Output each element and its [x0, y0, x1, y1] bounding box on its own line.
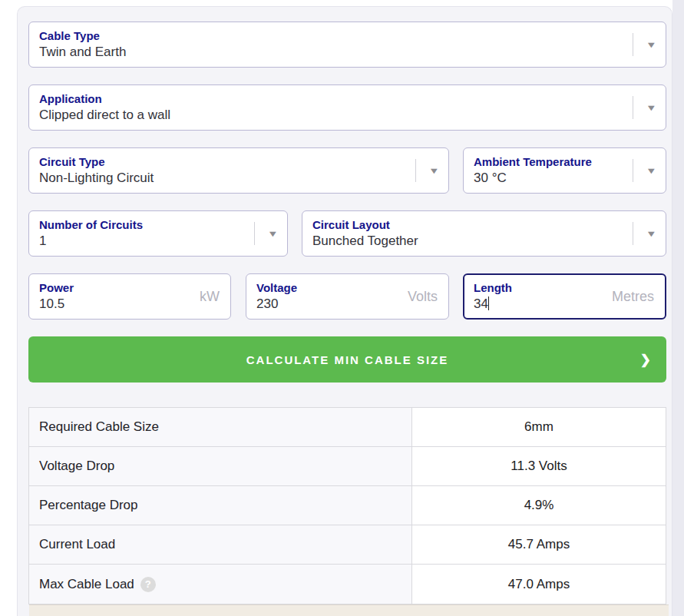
chevron-down-icon: ▼ [646, 104, 657, 112]
voltage-input[interactable]: Voltage 230 Volts [246, 273, 449, 320]
result-label: Required Cable Size [29, 408, 412, 446]
result-label: Current Load [29, 525, 412, 564]
result-value: 47.0 Amps [412, 565, 666, 604]
text-caret [488, 296, 489, 310]
result-value: 11.3 Volts [412, 447, 666, 485]
chevron-down-icon: ▼ [428, 167, 440, 175]
application-label: Application [39, 91, 655, 106]
result-value: 4.9% [412, 486, 666, 525]
cable-type-value: Twin and Earth [39, 43, 655, 61]
calculate-button-label: CALCULATE MIN CABLE SIZE [246, 353, 449, 366]
circuit-type-select[interactable]: Circuit Type Non-Lighting Circuit ▼ [28, 147, 449, 194]
power-label: Power [39, 280, 220, 295]
select-divider [415, 159, 416, 182]
power-input[interactable]: Power 10.5 kW [28, 273, 231, 320]
length-input[interactable]: Length 34 Metres [463, 273, 666, 320]
length-unit-label: Metres [612, 289, 654, 305]
circuit-layout-label: Circuit Layout [312, 217, 655, 232]
help-icon[interactable]: ? [140, 577, 156, 592]
application-value: Clipped direct to a wall [39, 106, 655, 124]
chevron-down-icon: ▼ [646, 167, 657, 175]
result-label: Voltage Drop [29, 447, 412, 485]
calculate-min-cable-size-button[interactable]: CALCULATE MIN CABLE SIZE ❯ [28, 336, 666, 383]
chevron-right-icon: ❯ [640, 352, 651, 368]
table-row: Current Load 45.7 Amps [29, 525, 666, 565]
next-section-strip [29, 604, 669, 616]
cable-calculator-page: Cable Type Twin and Earth ▼ Application … [0, 0, 684, 616]
cable-type-select[interactable]: Cable Type Twin and Earth ▼ [28, 22, 666, 68]
circuit-layout-select[interactable]: Circuit Layout Bunched Together ▼ [302, 210, 666, 257]
circuit-type-label: Circuit Type [39, 154, 438, 169]
select-divider [633, 96, 633, 119]
result-label: Percentage Drop [29, 486, 412, 525]
select-divider [633, 159, 633, 182]
chevron-down-icon: ▼ [267, 230, 279, 238]
table-row: Required Cable Size 6mm [29, 408, 666, 447]
select-divider [633, 222, 633, 245]
table-row: Max Cable Load ? 47.0 Amps [29, 565, 666, 604]
result-label: Max Cable Load ? [29, 565, 412, 604]
power-value: 10.5 [39, 295, 220, 313]
ambient-temperature-label: Ambient Temperature [474, 154, 655, 169]
result-value: 6mm [412, 408, 666, 446]
table-row: Voltage Drop 11.3 Volts [29, 447, 666, 486]
circuit-layout-value: Bunched Together [312, 232, 655, 250]
table-row: Percentage Drop 4.9% [29, 486, 666, 525]
number-of-circuits-value: 1 [39, 232, 276, 250]
circuit-type-value: Non-Lighting Circuit [39, 169, 438, 187]
page-edge-background [672, 0, 684, 616]
application-select[interactable]: Application Clipped direct to a wall ▼ [28, 84, 666, 131]
ambient-temperature-select[interactable]: Ambient Temperature 30 °C ▼ [463, 147, 666, 194]
select-divider [254, 222, 255, 245]
voltage-unit-label: Volts [408, 289, 438, 305]
number-of-circuits-select[interactable]: Number of Circuits 1 ▼ [28, 210, 288, 257]
chevron-down-icon: ▼ [646, 41, 657, 49]
select-divider [633, 33, 633, 56]
results-table: Required Cable Size 6mm Voltage Drop 11.… [28, 407, 666, 604]
cable-type-label: Cable Type [39, 28, 655, 43]
number-of-circuits-label: Number of Circuits [39, 217, 276, 232]
power-unit-label: kW [200, 289, 220, 305]
result-value: 45.7 Amps [412, 525, 666, 564]
chevron-down-icon: ▼ [646, 230, 657, 238]
ambient-temperature-value: 30 °C [474, 169, 655, 187]
